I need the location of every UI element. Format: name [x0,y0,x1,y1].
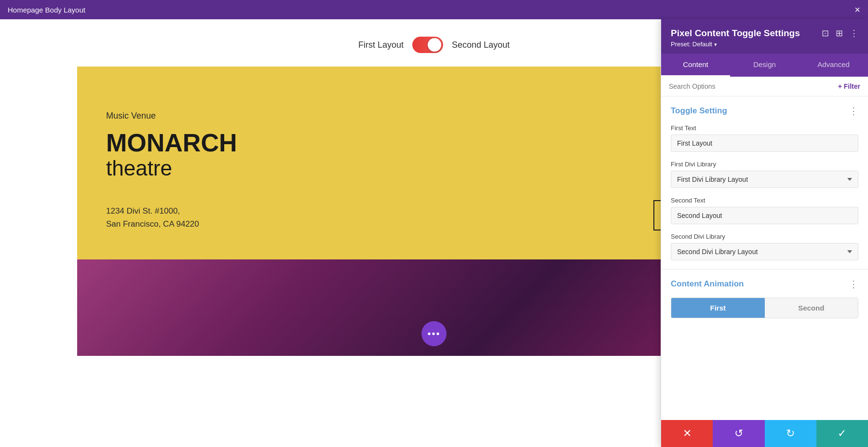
panel-preset[interactable]: Preset: Default ▾ [671,41,858,48]
toggle-setting-title: Toggle Setting [671,106,727,116]
first-divi-select[interactable]: First Divi Library LayoutSecond Divi Lib… [671,171,858,188]
venue-name: MONARCH [106,130,237,156]
resize-icon[interactable]: ⊡ [822,28,829,39]
save-button[interactable]: ✓ [816,420,868,447]
toggle-knob [428,38,441,52]
second-text-field: Second Text [671,197,858,224]
first-layout-label: First Layout [358,40,404,50]
second-divi-field: Second Divi Library First Divi Library L… [671,233,858,260]
content-animation-section: Content Animation ⋮ First Second [661,270,868,318]
venue-address: 1234 Divi St. #1000, San Francisco, CA 9… [106,204,237,230]
first-divi-field: First Divi Library First Divi Library La… [671,161,858,188]
search-input[interactable] [669,82,834,90]
dots-icon: ••• [427,328,440,339]
venue-sub: theatre [106,156,237,180]
top-bar-title: Homepage Body Layout [8,6,85,14]
first-divi-label: First Divi Library [671,161,858,168]
undo-button[interactable]: ↺ [713,420,764,447]
venue-label: Music Venue [106,111,237,121]
panel-header: Pixel Content Toggle Settings ⊡ ⊞ ⋮ Pres… [661,19,868,54]
content-animation-title: Content Animation [671,279,744,289]
first-text-field: First Text [671,124,858,152]
grid-icon[interactable]: ⊞ [836,28,843,39]
section-header-toggle: Toggle Setting ⋮ [671,105,858,117]
section-header-animation: Content Animation ⋮ [671,278,858,290]
anim-tab-first[interactable]: First [671,298,765,318]
filter-button[interactable]: + Filter [838,82,860,90]
dots-button[interactable]: ••• [421,321,447,346]
second-text-input[interactable] [671,207,858,224]
bottom-bar: ✕ ↺ ↻ ✓ [661,420,868,447]
panel-tabs: Content Design Advanced [661,54,868,77]
second-text-label: Second Text [671,197,858,204]
panel-header-icons: ⊡ ⊞ ⋮ [822,28,858,39]
preset-arrow-icon: ▾ [714,41,717,47]
first-text-label: First Text [671,124,858,132]
first-text-input[interactable] [671,135,858,152]
redo-button[interactable]: ↻ [765,420,816,447]
tab-content[interactable]: Content [661,54,730,77]
tab-design[interactable]: Design [730,54,799,77]
yellow-block-left: Music Venue MONARCH theatre 1234 Divi St… [106,111,237,230]
second-layout-label: Second Layout [452,40,510,50]
close-button[interactable]: × [854,4,860,15]
anim-tab-second[interactable]: Second [765,298,858,318]
animation-tabs: First Second [671,298,858,318]
panel-title: Pixel Content Toggle Settings [671,28,800,39]
panel-search: + Filter [661,77,868,96]
tab-advanced[interactable]: Advanced [799,54,868,77]
toggle-switch[interactable] [412,37,443,53]
top-bar: Homepage Body Layout × [0,0,868,19]
content-animation-more-icon[interactable]: ⋮ [849,278,858,290]
second-divi-select[interactable]: First Divi Library LayoutSecond Divi Lib… [671,243,858,260]
toggle-setting-more-icon[interactable]: ⋮ [849,105,858,117]
cancel-button[interactable]: ✕ [661,420,713,447]
more-icon[interactable]: ⋮ [850,28,858,39]
panel-body: Toggle Setting ⋮ First Text First Divi L… [661,96,868,420]
second-divi-label: Second Divi Library [671,233,858,240]
right-panel: Pixel Content Toggle Settings ⊡ ⊞ ⋮ Pres… [661,19,868,447]
panel-header-top: Pixel Content Toggle Settings ⊡ ⊞ ⋮ [671,28,858,39]
toggle-setting-section: Toggle Setting ⋮ First Text First Divi L… [661,96,868,260]
